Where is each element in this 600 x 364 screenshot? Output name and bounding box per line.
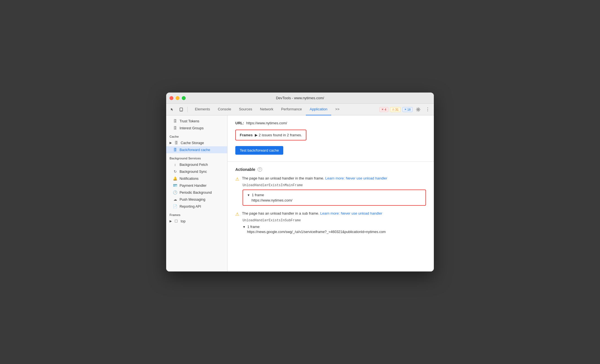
issue-1-text: The page has an unload handler in the ma… (242, 176, 387, 180)
sidebar-item-top-frame[interactable]: ▶ ☐ top (166, 218, 227, 225)
sidebar-item-interest-groups[interactable]: 🗄 Interest Groups (166, 125, 227, 132)
error-badge[interactable]: ✕ 4 (379, 107, 388, 112)
sidebar-item-trust-tokens[interactable]: 🗄 Trust Tokens (166, 118, 227, 125)
svg-point-2 (418, 109, 419, 110)
test-cache-button[interactable]: Test back/forward cache (235, 146, 283, 155)
tab-application[interactable]: Application (306, 104, 332, 115)
toolbar: Elements Console Sources Network Perform… (166, 104, 434, 115)
warning-count: 31 (395, 108, 399, 111)
issue-2-block: ⚠ The page has an unload handler in a su… (235, 211, 426, 234)
issue-1-block: ⚠ The page has an unload handler in the … (235, 176, 426, 206)
blue-error-badge[interactable]: ✕ 18 (402, 107, 413, 112)
frame-url-1: https://www.nytimes.com/ (251, 198, 422, 202)
warning-circle-icon-2: ⚠ (235, 212, 239, 217)
url-value: https://www.nytimes.com/ (246, 121, 287, 125)
cache-section-label: Cache (166, 132, 227, 139)
frame-url-2: https://news.google.com/swg/_/ui/v1/serv… (247, 230, 426, 234)
close-button[interactable] (170, 96, 173, 100)
card-icon: 🪪 (173, 183, 177, 188)
traffic-lights (170, 96, 186, 100)
blue-error-icon: ✕ (404, 108, 407, 111)
doc-icon: 📄 (173, 204, 177, 208)
sidebar-item-background-fetch[interactable]: ↕ Background Fetch (166, 161, 227, 168)
toolbar-right: ✕ 4 ⚠ 31 ✕ 18 ⋮ (379, 106, 432, 113)
issue-2-frame-plain: ▼ 1 frame https://news.google.com/swg/_/… (243, 225, 426, 234)
sidebar-item-push-messaging[interactable]: ☁ Push Messaging (166, 196, 227, 203)
issue-2-code: UnloadHandlerExistsInSubFrame (243, 219, 426, 222)
devtools-window: DevTools - www.nytimes.com/ Elements Con… (166, 93, 434, 271)
database-icon: 🗄 (173, 119, 177, 123)
cloud-icon: ☁ (173, 197, 177, 202)
actionable-title: Actionable (235, 167, 255, 172)
error-count: 4 (384, 108, 386, 111)
frames-issues-box[interactable]: Frames ▶ 2 issues found in 2 frames. (235, 130, 306, 140)
frame-icon: ☐ (174, 219, 178, 223)
warning-circle-icon-1: ⚠ (235, 176, 239, 182)
issue-2-link[interactable]: Learn more: Never use unload handler (320, 211, 382, 215)
sidebar-item-background-sync[interactable]: ↻ Background Sync (166, 168, 227, 175)
title-bar: DevTools - www.nytimes.com/ (166, 93, 434, 104)
frame-count-1: 1 frame (252, 193, 264, 197)
bell-icon: 🔔 (173, 176, 177, 181)
warning-badge[interactable]: ⚠ 31 (390, 107, 401, 112)
main-layout: 🗄 Trust Tokens 🗄 Interest Groups Cache ▶… (166, 115, 434, 271)
tab-elements[interactable]: Elements (191, 104, 214, 115)
maximize-button[interactable] (182, 96, 186, 100)
sidebar-item-notifications[interactable]: 🔔 Notifications (166, 175, 227, 182)
toolbar-separator (187, 107, 188, 112)
sidebar-item-cache-storage[interactable]: ▶ 🗄 Cache Storage (166, 139, 227, 146)
more-options-button[interactable]: ⋮ (424, 106, 432, 113)
cursor-tool-button[interactable] (168, 106, 176, 113)
url-row: URL: https://www.nytimes.com/ (235, 121, 426, 125)
warning-icon: ⚠ (392, 108, 395, 111)
frame-count-2: 1 frame (247, 225, 260, 229)
blue-error-count: 18 (407, 108, 411, 111)
tab-list: Elements Console Sources Network Perform… (191, 104, 378, 115)
settings-button[interactable] (414, 106, 422, 113)
issue-2-row: ⚠ The page has an unload handler in a su… (235, 211, 426, 217)
background-services-section-label: Background Services (166, 153, 227, 161)
window-title: DevTools - www.nytimes.com/ (276, 96, 324, 100)
actionable-header: Actionable ? (235, 167, 426, 172)
frames-issues-text: ▶ 2 issues found in 2 frames. (255, 133, 302, 137)
expand-arrow-icon: ▶ (170, 141, 172, 145)
divider (228, 161, 434, 162)
top-frame-expand-icon: ▶ (170, 219, 172, 223)
issue-1-link[interactable]: Learn more: Never use unload handler (325, 176, 388, 180)
minimize-button[interactable] (176, 96, 180, 100)
sidebar-item-periodic-background[interactable]: 🕐 Periodic Background (166, 189, 227, 196)
sidebar-item-back-forward-cache[interactable]: 🗄 Back/forward cache (166, 146, 227, 153)
tab-performance[interactable]: Performance (277, 104, 306, 115)
url-label: URL: (235, 121, 244, 125)
issue-1-frame-box: ▼ 1 frame https://www.nytimes.com/ (243, 190, 426, 206)
issue-1-code: UnloadHandlerExistsInMainFrame (243, 183, 426, 187)
database-icon-2: 🗄 (173, 126, 177, 130)
sidebar: 🗄 Trust Tokens 🗄 Interest Groups Cache ▶… (166, 115, 228, 271)
sidebar-item-payment-handler[interactable]: 🪪 Payment Handler (166, 182, 227, 189)
back-forward-cache-icon: 🗄 (173, 148, 177, 152)
frame-arrow-down-icon-2: ▼ (243, 225, 246, 229)
frame-expand-row-1: ▼ 1 frame (247, 193, 422, 197)
device-toolbar-button[interactable] (177, 106, 185, 113)
error-icon: ✕ (381, 108, 384, 111)
issue-1-row: ⚠ The page has an unload handler in the … (235, 176, 426, 182)
clock-icon: 🕐 (173, 190, 177, 195)
frame-arrow-down-icon-1: ▼ (247, 193, 250, 197)
issue-2-text: The page has an unload handler in a sub … (242, 211, 382, 215)
cache-storage-icon: 🗄 (174, 141, 178, 145)
tab-console[interactable]: Console (214, 104, 235, 115)
content-area: URL: https://www.nytimes.com/ Frames ▶ 2… (228, 115, 434, 271)
sync-icon: ↻ (173, 169, 177, 174)
tab-more[interactable]: >> (331, 104, 343, 115)
svg-rect-1 (181, 110, 182, 111)
tab-sources[interactable]: Sources (235, 104, 256, 115)
fetch-icon: ↕ (173, 162, 177, 167)
tab-network[interactable]: Network (256, 104, 277, 115)
sidebar-item-reporting-api[interactable]: 📄 Reporting API (166, 203, 227, 210)
help-icon[interactable]: ? (258, 167, 262, 172)
frames-label: Frames (240, 133, 253, 137)
frames-section-label: Frames (166, 210, 227, 218)
frame-expand-row-2: ▼ 1 frame (243, 225, 426, 229)
